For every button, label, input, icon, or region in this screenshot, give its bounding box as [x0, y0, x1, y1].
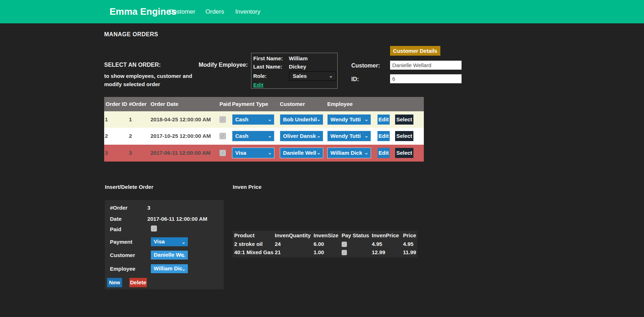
select-order-heading: SELECT AN ORDER:: [104, 62, 161, 68]
col-customer: Customer: [280, 97, 305, 111]
employee-row: Employee William Dic⌄: [110, 266, 146, 272]
modify-employee-label: Modify Employee:: [199, 62, 248, 68]
delete-button[interactable]: Delete: [129, 278, 147, 287]
chevron-down-icon: ⌄: [181, 264, 186, 273]
chevron-down-icon: ⌄: [329, 72, 333, 80]
select-order-line1: to show employees, customer and: [104, 73, 192, 79]
new-button[interactable]: New: [107, 278, 122, 287]
date-value: 2017-06-11 12:00:00 AM: [147, 216, 207, 222]
edit-button[interactable]: Edit: [377, 115, 390, 125]
col-price: Price: [403, 232, 416, 238]
paid-checkbox[interactable]: [151, 225, 157, 232]
price-cell: 11.99: [403, 249, 416, 255]
role-select[interactable]: Sales ⌄: [289, 71, 336, 81]
orders-table-header: Order ID #Order Order Date Paid Payment …: [104, 97, 424, 111]
select-order-line2: modify selected order: [104, 81, 160, 87]
customer-label: Customer: [110, 252, 146, 258]
brand-title: Emma Engines: [110, 0, 176, 23]
inven-price-cell: 4.95: [372, 241, 382, 247]
employee-select[interactable]: William Dick⌄: [327, 148, 371, 158]
paid-label: Paid: [110, 226, 146, 232]
last-name-value: Dickey: [289, 64, 306, 70]
nav-item-inventory[interactable]: Inventory: [235, 0, 260, 23]
product-cell: 40:1 Mixed Gas: [234, 249, 273, 255]
customer-input[interactable]: [390, 61, 462, 70]
customer-select[interactable]: Danielle Well⌄: [280, 148, 323, 158]
employee-select[interactable]: Wendy Tutti⌄: [327, 131, 371, 141]
paid-checkbox[interactable]: [219, 133, 226, 139]
employee-edit-link[interactable]: Edit: [253, 82, 263, 88]
customer-row: Customer Danielle We⌄: [110, 252, 146, 258]
chevron-down-icon: ⌄: [364, 115, 369, 124]
nav-item-orders[interactable]: Orders: [205, 0, 224, 23]
col-pay-status: Pay Status: [342, 232, 369, 238]
payment-type-value: Cash: [235, 116, 249, 122]
employee-value: William Dick: [330, 150, 362, 156]
page: Emma Engines Customer Orders Inventory M…: [0, 0, 644, 317]
pay-status-checkbox[interactable]: [342, 250, 347, 255]
chevron-down-icon: ⌄: [364, 131, 369, 140]
order-id-cell: 3: [105, 145, 108, 161]
payment-type-select[interactable]: Visa⌄: [232, 148, 274, 158]
paid-row: Paid: [110, 226, 146, 232]
chevron-down-icon: ⌄: [316, 131, 321, 140]
payment-type-value: Visa: [235, 150, 246, 156]
order-date-cell: 2017-10-25 12:00:00 AM: [150, 128, 211, 144]
last-name-row: Last Name: Dickey: [253, 64, 306, 70]
paid-checkbox[interactable]: [219, 116, 226, 123]
first-name-label: First Name:: [253, 55, 287, 61]
col-order-no: #Order: [129, 97, 147, 111]
col-order-date: Order Date: [150, 97, 179, 111]
customer-value: Danielle Well: [283, 150, 316, 156]
employee-label: Employee: [110, 266, 146, 272]
order-id-cell: 1: [105, 111, 108, 128]
page-title: MANAGE ORDERS: [104, 31, 158, 38]
edit-row: Edit: [253, 82, 263, 88]
nav-item-customer[interactable]: Customer: [169, 0, 195, 23]
customer-select[interactable]: Danielle We⌄: [151, 251, 188, 260]
payment-type-select[interactable]: Cash⌄: [232, 131, 274, 141]
select-button[interactable]: Select: [395, 148, 413, 158]
employee-select[interactable]: Wendy Tutti⌄: [327, 114, 371, 125]
col-payment-type: Payment Type: [232, 97, 268, 111]
payment-label: Payment: [110, 239, 146, 245]
inven-quantity-cell: 24: [275, 241, 281, 247]
pay-status-checkbox[interactable]: [342, 242, 347, 247]
customer-details-button[interactable]: Customer Details: [390, 46, 440, 56]
role-select-value: Sales: [293, 73, 307, 79]
last-name-label: Last Name:: [253, 64, 287, 70]
order-no-value: 3: [147, 205, 150, 211]
order-no-cell: 3: [129, 145, 132, 161]
inven-quantity-cell: 21: [275, 249, 281, 255]
select-button[interactable]: Select: [395, 115, 413, 125]
edit-button[interactable]: Edit: [377, 148, 390, 158]
id-input[interactable]: [390, 74, 462, 83]
col-employee: Employee: [327, 97, 353, 111]
customer-label: Customer:: [351, 62, 380, 69]
payment-type-select[interactable]: Cash⌄: [232, 114, 274, 125]
role-row: Role: Sales ⌄: [253, 73, 287, 79]
inven-price-cell: 12.99: [372, 249, 385, 255]
payment-select[interactable]: Visa⌄: [151, 237, 188, 246]
inven-price-table: Product InvenQuantity InvenSize Pay Stat…: [233, 231, 417, 257]
table-row: 2 2 2017-10-25 12:00:00 AM Cash⌄ Oliver …: [104, 128, 424, 145]
inven-size-cell: 1.00: [314, 249, 324, 255]
table-row-selected: 3 3 2017-06-11 12:00:00 AM Visa⌄ Daniell…: [104, 145, 424, 162]
edit-button[interactable]: Edit: [377, 131, 390, 141]
customer-select[interactable]: Oliver Dansk⌄: [280, 131, 323, 141]
role-label: Role:: [253, 73, 287, 79]
order-date-cell: 2017-06-11 12:00:00 AM: [150, 145, 210, 161]
orders-table: Order ID #Order Order Date Paid Payment …: [104, 97, 424, 162]
product-cell: 2 stroke oil: [234, 241, 263, 247]
col-inven-price: InvenPrice: [372, 232, 399, 238]
payment-type-value: Cash: [235, 133, 249, 139]
chevron-down-icon: ⌄: [268, 115, 272, 124]
paid-checkbox[interactable]: [219, 150, 226, 156]
id-label: ID:: [351, 76, 359, 83]
employee-select[interactable]: William Dic⌄: [151, 264, 188, 273]
inven-size-cell: 6.00: [314, 241, 324, 247]
select-button[interactable]: Select: [395, 131, 413, 141]
customer-select[interactable]: Bob Underhil⌄: [280, 114, 323, 125]
date-label: Date: [110, 216, 146, 222]
customer-value: Oliver Dansk: [283, 133, 316, 139]
